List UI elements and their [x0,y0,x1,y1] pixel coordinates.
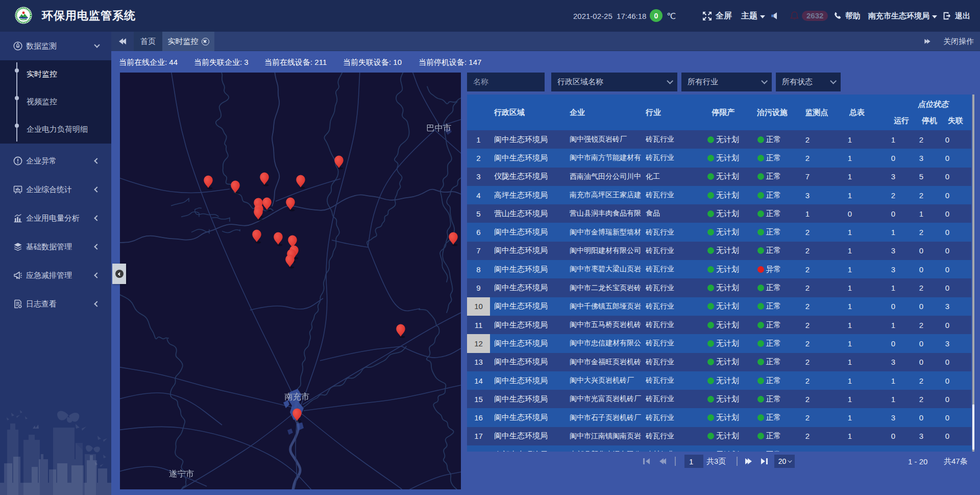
sidebar-subitem[interactable]: 实时监控 [0,60,111,88]
map-pin-icon[interactable] [254,207,263,221]
table-row[interactable]: 12阆中生态环境局阆中市忠信建材有限公砖瓦行业无计划正常21003 [467,334,971,352]
map-pin-icon[interactable] [296,175,305,189]
sidebar-subitem[interactable]: 企业电力负荷明细 [0,115,111,143]
cell-facility-status: 正常 [745,149,793,167]
industry-select[interactable]: 所有行业 [681,73,772,91]
scrollbar-thumb[interactable] [972,405,974,450]
col-header-meters[interactable]: 总表 [829,95,885,130]
table-row[interactable]: 16阆中生态环境局阆中市石子页岩机砖厂砖瓦行业无计划正常21300 [467,408,971,427]
col-header-company[interactable]: 企业 [566,95,641,130]
table-row[interactable]: 4高坪生态环境局南充市高坪区王家店建砖瓦行业无计划正常31220 [467,186,971,204]
table-row[interactable]: 8阆中生态环境局阆中市枣碧大梁山页岩砖瓦行业无计划异常21300 [467,260,971,278]
cell-run: 0 [878,334,909,352]
stat-item: 当前在线企业: 44 [119,58,178,67]
sidebar-group-label: 数据监测 [26,41,57,51]
region-select[interactable]: 行政区域名称 [551,73,677,91]
map-pin-icon[interactable] [252,230,261,244]
tab-home[interactable]: 首页 [134,32,162,51]
pager-separator [675,452,676,471]
table-row[interactable]: 9阆中生态环境局阆中市二龙长宝页岩砖砖瓦行业无计划正常21120 [467,278,971,297]
double-chevron-right-icon[interactable] [924,39,930,44]
theme-dropdown[interactable]: 主题 [741,0,765,32]
table-row[interactable]: 18南部生态环境局南部县新华水泥有限公建材行业无计划正常62860 [467,445,971,452]
close-operations-button[interactable]: 关闭操作 [943,37,974,46]
sidebar-item[interactable]: 日志查看 [0,290,111,318]
col-header-points[interactable]: 监测点 [802,95,831,130]
table-scrollbar[interactable] [972,95,974,452]
name-search-input[interactable]: 名称 [467,73,545,91]
status-select[interactable]: 所有状态 [776,73,841,91]
table-row[interactable]: 7阆中生态环境局阆中明阳建材有限公司砖瓦行业无计划正常21300 [467,242,971,260]
map-pin-icon[interactable] [285,255,295,269]
first-page-button[interactable] [643,452,650,471]
status-dot-icon [707,396,714,403]
fullscreen-button[interactable]: 全屏 [702,0,732,32]
sidebar-group-data-monitor[interactable]: 数据监测 [0,32,111,60]
table-row[interactable]: 2阆中生态环境局阆中市南方节能建材有砖瓦行业无计划正常21030 [467,149,971,167]
page-number-input[interactable]: 1 [684,455,703,468]
page-size-select[interactable]: 20 [774,455,795,468]
cell-meters: 0 [822,204,878,223]
col-header-lost[interactable]: 失联 [940,114,971,127]
map-pin-icon[interactable] [274,232,283,246]
map-pin-icon[interactable] [204,176,213,190]
last-page-button[interactable] [761,452,768,471]
sidebar-item[interactable]: 企业综合统计 [0,175,111,204]
prev-page-button[interactable] [659,452,666,471]
tab-close-icon[interactable] [202,38,209,45]
cell-points: 2 [793,408,822,427]
cell-region: 高坪生态环境局 [490,186,566,204]
status-dot-icon [707,266,714,273]
col-header-limit[interactable]: 停限产 [701,95,745,130]
map-pin-icon[interactable] [260,173,269,186]
status-dot-icon [757,378,764,384]
table-row[interactable]: 17阆中生态环境局阆中市江南镇阆南页岩砖瓦行业无计划正常21030 [467,427,971,445]
table-row[interactable]: 14阆中生态环境局阆中大兴页岩机砖厂砖瓦行业无计划正常21120 [467,371,971,390]
map-pin-icon[interactable] [449,232,458,246]
sidebar-subitem[interactable]: 视频监控 [0,88,111,115]
status-dot-icon [757,229,764,235]
table-row[interactable]: 5营山生态环境局营山县润丰肉食品有限食品无计划正常10010 [467,204,971,223]
table-row[interactable]: 13阆中生态环境局阆中市金福旺页岩机砖砖瓦行业无计划正常21300 [467,353,971,371]
cell-stop: 5 [909,168,934,186]
cell-limit-status: 无计划 [701,334,745,352]
table-row[interactable]: 3仪陇生态环境局西南油气田分公司川中化工无计划正常71350 [467,168,971,186]
map-pin-icon[interactable] [231,181,240,195]
cell-facility-status: 正常 [745,168,793,186]
cell-run: 2 [878,186,909,204]
map-pin-icon[interactable] [286,198,295,211]
table-row[interactable]: 1阆中生态环境局阆中强锐页岩砖厂砖瓦行业无计划正常21120 [467,130,971,149]
status-dot-icon [707,378,714,384]
sidebar-item[interactable]: 基础数据管理 [0,232,111,261]
logout-button[interactable]: 退出 [943,0,970,32]
table-row[interactable]: 6阆中生态环境局阆中市金博瑞新型墙材砖瓦行业无计划正常21120 [467,223,971,241]
col-header-facility[interactable]: 治污设施 [748,95,796,130]
map-pin-icon[interactable] [292,409,302,422]
tab-realtime-monitor[interactable]: 实时监控 [162,32,214,51]
sidebar-item[interactable]: 企业用电量分析 [0,204,111,232]
sidebar-item[interactable]: 企业异常 [0,147,111,175]
app-title: 环保用电监管系统 [42,0,136,32]
col-header-region[interactable]: 行政区域 [490,95,566,130]
map-pin-icon[interactable] [334,156,344,170]
table-row[interactable]: 15阆中生态环境局阆中市光富页岩机砖厂砖瓦行业无计划正常21120 [467,390,971,408]
col-header-run[interactable]: 运行 [886,114,917,127]
cell-stop: 2 [909,316,934,334]
org-dropdown[interactable]: 南充市生态环境局 [868,0,937,32]
col-header-industry[interactable]: 行业 [641,95,701,130]
table-row[interactable]: 11阆中生态环境局阆中市五马桥页岩机砖砖瓦行业无计划正常21120 [467,316,971,334]
map-city-labels: 巴中市南充市遂宁市 [169,123,452,478]
cell-run: 3 [878,260,909,278]
cell-meters: 1 [822,316,878,334]
sound-button[interactable] [771,0,778,32]
map-pin-icon[interactable] [396,324,405,338]
next-page-button[interactable] [745,452,752,471]
tabs-scroll-left-button[interactable] [111,32,134,51]
map-collapse-handle[interactable] [112,264,126,284]
notification-button[interactable]: 2632 [790,0,828,32]
table-row[interactable]: 10阆中生态环境局阆中千佛镇五郎垭页岩砖瓦行业无计划正常21003 [467,297,971,316]
sidebar-item[interactable]: 应急减排管理 [0,261,111,290]
map[interactable]: 巴中市南充市遂宁市 [120,73,461,489]
help-button[interactable]: 帮助 [834,0,861,32]
cell-industry: 砖瓦行业 [641,149,701,167]
